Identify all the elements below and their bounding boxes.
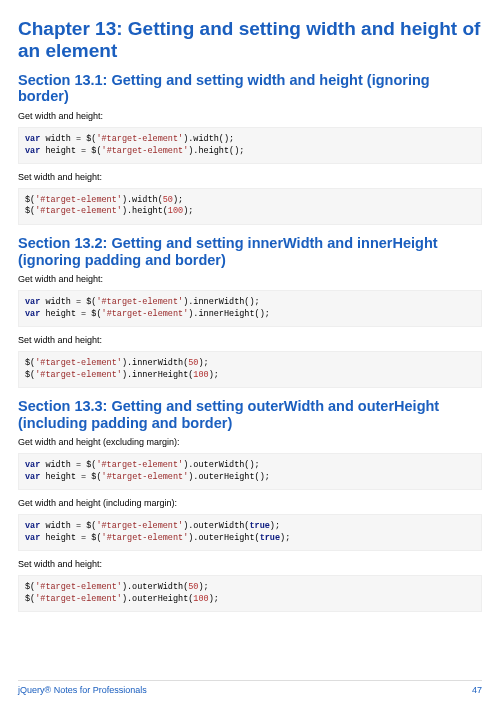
code-token-kw: var	[25, 134, 40, 144]
section-title: Section 13.3: Getting and setting outerW…	[18, 398, 482, 431]
paragraph: Set width and height:	[18, 335, 482, 345]
paragraph: Get width and height (excluding margin):	[18, 437, 482, 447]
code-token-num: 100	[193, 370, 208, 380]
code-token-str: '#target-element'	[96, 297, 183, 307]
code-token-str: '#target-element'	[35, 358, 122, 368]
chapter-title: Chapter 13: Getting and setting width an…	[18, 18, 482, 62]
paragraph: Get width and height (including margin):	[18, 498, 482, 508]
code-token-kw: var	[25, 521, 40, 531]
code-token-num: 50	[163, 195, 173, 205]
code-token-kw: var	[25, 460, 40, 470]
code-token-str: '#target-element'	[35, 594, 122, 604]
footer-left: jQuery® Notes for Professionals	[18, 685, 147, 695]
code-block: $('#target-element').innerWidth(50); $('…	[18, 351, 482, 388]
code-token-str: '#target-element'	[96, 521, 183, 531]
code-token-lit: true	[249, 521, 269, 531]
code-block: $('#target-element').width(50); $('#targ…	[18, 188, 482, 225]
code-token-str: '#target-element'	[35, 370, 122, 380]
code-block: var width = $('#target-element').width()…	[18, 127, 482, 164]
code-block: var width = $('#target-element').outerWi…	[18, 514, 482, 551]
page: Chapter 13: Getting and setting width an…	[0, 0, 500, 660]
code-token-kw: var	[25, 533, 40, 543]
code-token-kw: var	[25, 309, 40, 319]
code-block: $('#target-element').outerWidth(50); $('…	[18, 575, 482, 612]
page-footer: jQuery® Notes for Professionals 47	[18, 680, 482, 695]
code-token-num: 50	[188, 582, 198, 592]
section-title: Section 13.1: Getting and setting width …	[18, 72, 482, 105]
code-token-str: '#target-element'	[96, 134, 183, 144]
paragraph: Get width and height:	[18, 111, 482, 121]
code-token-num: 50	[188, 358, 198, 368]
code-token-str: '#target-element'	[35, 206, 122, 216]
code-token-str: '#target-element'	[96, 460, 183, 470]
code-token-str: '#target-element'	[102, 472, 189, 482]
code-token-str: '#target-element'	[102, 533, 189, 543]
paragraph: Set width and height:	[18, 559, 482, 569]
paragraph: Get width and height:	[18, 274, 482, 284]
code-token-str: '#target-element'	[102, 146, 189, 156]
code-token-str: '#target-element'	[35, 195, 122, 205]
section-title: Section 13.2: Getting and setting innerW…	[18, 235, 482, 268]
code-token-num: 100	[168, 206, 183, 216]
paragraph: Set width and height:	[18, 172, 482, 182]
code-token-str: '#target-element'	[102, 309, 189, 319]
code-token-num: 100	[193, 594, 208, 604]
code-token-kw: var	[25, 146, 40, 156]
code-block: var width = $('#target-element').outerWi…	[18, 453, 482, 490]
code-token-kw: var	[25, 472, 40, 482]
code-token-kw: var	[25, 297, 40, 307]
code-token-lit: true	[260, 533, 280, 543]
sections-container: Section 13.1: Getting and setting width …	[18, 72, 482, 613]
code-token-str: '#target-element'	[35, 582, 122, 592]
footer-page-number: 47	[472, 685, 482, 695]
code-block: var width = $('#target-element').innerWi…	[18, 290, 482, 327]
